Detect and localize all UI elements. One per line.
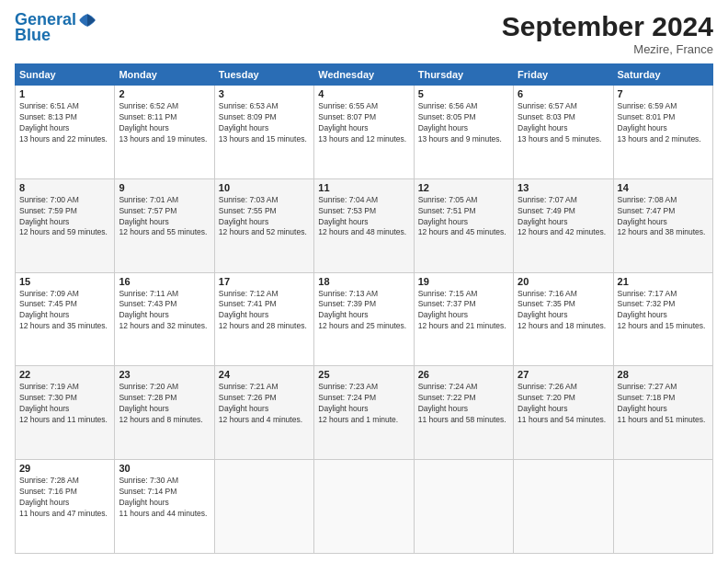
day-info: Sunrise: 7:05 AMSunset: 7:51 PMDaylight … [418,195,506,237]
day-number: 3 [219,88,310,99]
table-row: 22 Sunrise: 7:19 AMSunset: 7:30 PMDaylig… [16,366,115,460]
logo: General Blue [15,11,97,45]
table-row: 19 Sunrise: 7:15 AMSunset: 7:37 PMDaylig… [414,272,513,366]
month-title: September 2024 [502,11,713,42]
day-info: Sunrise: 7:20 AMSunset: 7:28 PMDaylight … [119,382,202,424]
table-row: 12 Sunrise: 7:05 AMSunset: 7:51 PMDaylig… [414,178,513,272]
table-row: 25 Sunrise: 7:23 AMSunset: 7:24 PMDaylig… [314,366,414,460]
table-row: 3 Sunrise: 6:53 AMSunset: 8:09 PMDayligh… [214,86,313,179]
day-info: Sunrise: 6:52 AMSunset: 8:11 PMDaylight … [119,101,207,144]
col-thursday: Thursday [414,64,513,86]
day-info: Sunrise: 7:21 AMSunset: 7:26 PMDaylight … [219,382,302,424]
table-row: 20 Sunrise: 7:16 AMSunset: 7:35 PMDaylig… [514,272,613,366]
table-row: 16 Sunrise: 7:11 AMSunset: 7:43 PMDaylig… [115,272,214,366]
day-info: Sunrise: 7:24 AMSunset: 7:22 PMDaylight … [418,382,506,424]
table-row: 7 Sunrise: 6:59 AMSunset: 8:01 PMDayligh… [613,86,712,179]
calendar-header-row: Sunday Monday Tuesday Wednesday Thursday… [16,64,713,86]
day-info: Sunrise: 7:01 AMSunset: 7:57 PMDaylight … [119,195,207,237]
col-tuesday: Tuesday [214,64,313,86]
table-row [414,460,513,554]
table-row: 21 Sunrise: 7:17 AMSunset: 7:32 PMDaylig… [613,272,712,366]
calendar-table: Sunday Monday Tuesday Wednesday Thursday… [15,63,713,554]
day-number: 23 [119,369,210,380]
day-info: Sunrise: 7:08 AMSunset: 7:47 PMDaylight … [618,195,706,237]
day-info: Sunrise: 6:51 AMSunset: 8:13 PMDaylight … [19,101,108,144]
day-number: 28 [618,369,709,380]
day-info: Sunrise: 7:09 AMSunset: 7:45 PMDaylight … [19,289,108,331]
day-info: Sunrise: 7:28 AMSunset: 7:16 PMDaylight … [19,476,108,518]
header: General Blue September 2024 Mezire, Fran… [15,11,713,56]
day-info: Sunrise: 7:11 AMSunset: 7:43 PMDaylight … [119,289,207,331]
col-saturday: Saturday [613,64,712,86]
day-info: Sunrise: 7:07 AMSunset: 7:49 PMDaylight … [518,195,606,237]
day-info: Sunrise: 6:53 AMSunset: 8:09 PMDaylight … [219,101,307,144]
day-number: 6 [518,88,609,99]
day-info: Sunrise: 7:17 AMSunset: 7:32 PMDaylight … [618,289,706,331]
table-row: 17 Sunrise: 7:12 AMSunset: 7:41 PMDaylig… [214,272,313,366]
day-info: Sunrise: 7:15 AMSunset: 7:37 PMDaylight … [418,289,506,331]
day-number: 12 [418,182,509,193]
day-number: 15 [19,276,110,287]
table-row: 15 Sunrise: 7:09 AMSunset: 7:45 PMDaylig… [16,272,115,366]
col-sunday: Sunday [16,64,115,86]
day-number: 25 [318,369,409,380]
calendar-week-5: 29 Sunrise: 7:28 AMSunset: 7:16 PMDaylig… [16,460,713,554]
day-info: Sunrise: 7:27 AMSunset: 7:18 PMDaylight … [618,382,706,424]
day-info: Sunrise: 6:57 AMSunset: 8:03 PMDaylight … [518,101,601,144]
day-number: 27 [518,369,609,380]
day-number: 11 [318,182,409,193]
day-number: 30 [119,463,210,474]
table-row: 1 Sunrise: 6:51 AMSunset: 8:13 PMDayligh… [16,86,115,179]
calendar-week-1: 1 Sunrise: 6:51 AMSunset: 8:13 PMDayligh… [16,86,713,179]
day-number: 5 [418,88,509,99]
day-number: 26 [418,369,509,380]
day-number: 29 [19,463,110,474]
day-number: 1 [19,88,110,99]
calendar-week-2: 8 Sunrise: 7:00 AMSunset: 7:59 PMDayligh… [16,178,713,272]
table-row: 27 Sunrise: 7:26 AMSunset: 7:20 PMDaylig… [514,366,613,460]
day-number: 7 [618,88,709,99]
day-info: Sunrise: 7:00 AMSunset: 7:59 PMDaylight … [19,195,108,237]
table-row: 6 Sunrise: 6:57 AMSunset: 8:03 PMDayligh… [514,86,613,179]
day-info: Sunrise: 7:23 AMSunset: 7:24 PMDaylight … [318,382,398,424]
day-number: 21 [618,276,709,287]
table-row: 14 Sunrise: 7:08 AMSunset: 7:47 PMDaylig… [613,178,712,272]
table-row: 2 Sunrise: 6:52 AMSunset: 8:11 PMDayligh… [115,86,214,179]
calendar-week-4: 22 Sunrise: 7:19 AMSunset: 7:30 PMDaylig… [16,366,713,460]
day-info: Sunrise: 7:03 AMSunset: 7:55 PMDaylight … [219,195,307,237]
col-monday: Monday [115,64,214,86]
location: Mezire, France [502,42,713,56]
day-number: 24 [219,369,310,380]
table-row: 18 Sunrise: 7:13 AMSunset: 7:39 PMDaylig… [314,272,414,366]
day-info: Sunrise: 7:26 AMSunset: 7:20 PMDaylight … [518,382,606,424]
table-row: 23 Sunrise: 7:20 AMSunset: 7:28 PMDaylig… [115,366,214,460]
day-number: 22 [19,369,110,380]
day-number: 10 [219,182,310,193]
table-row: 24 Sunrise: 7:21 AMSunset: 7:26 PMDaylig… [214,366,313,460]
day-number: 20 [518,276,609,287]
table-row [514,460,613,554]
table-row: 10 Sunrise: 7:03 AMSunset: 7:55 PMDaylig… [214,178,313,272]
table-row: 29 Sunrise: 7:28 AMSunset: 7:16 PMDaylig… [16,460,115,554]
day-number: 9 [119,182,210,193]
day-info: Sunrise: 7:04 AMSunset: 7:53 PMDaylight … [318,195,406,237]
day-number: 8 [19,182,110,193]
day-info: Sunrise: 6:56 AMSunset: 8:05 PMDaylight … [418,101,502,144]
table-row: 9 Sunrise: 7:01 AMSunset: 7:57 PMDayligh… [115,178,214,272]
day-number: 18 [318,276,409,287]
title-block: September 2024 Mezire, France [502,11,713,56]
table-row: 30 Sunrise: 7:30 AMSunset: 7:14 PMDaylig… [115,460,214,554]
col-wednesday: Wednesday [314,64,414,86]
day-number: 19 [418,276,509,287]
day-number: 4 [318,88,409,99]
day-info: Sunrise: 6:59 AMSunset: 8:01 PMDaylight … [618,101,701,144]
table-row: 5 Sunrise: 6:56 AMSunset: 8:05 PMDayligh… [414,86,513,179]
logo-icon [78,11,97,29]
day-number: 14 [618,182,709,193]
page: General Blue September 2024 Mezire, Fran… [0,0,728,563]
day-number: 16 [119,276,210,287]
table-row: 26 Sunrise: 7:24 AMSunset: 7:22 PMDaylig… [414,366,513,460]
day-info: Sunrise: 7:12 AMSunset: 7:41 PMDaylight … [219,289,307,331]
day-info: Sunrise: 7:13 AMSunset: 7:39 PMDaylight … [318,289,406,331]
table-row: 8 Sunrise: 7:00 AMSunset: 7:59 PMDayligh… [16,178,115,272]
